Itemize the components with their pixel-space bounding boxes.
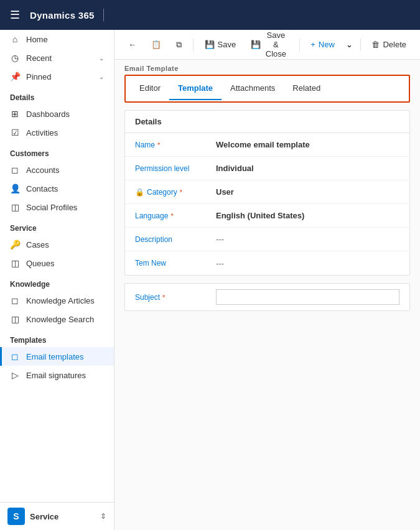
record-button[interactable]: 📋 bbox=[145, 37, 167, 52]
layout: ⌂ Home ◷ Recent ⌄ 📌 Pinned ⌄ Details ⊞ D… bbox=[0, 30, 420, 530]
expand-icon[interactable]: ⇕ bbox=[100, 512, 106, 521]
sidebar-item-email-signatures[interactable]: ▷ Email signatures bbox=[0, 366, 114, 384]
home-icon: ⌂ bbox=[10, 34, 20, 44]
tab-template[interactable]: Template bbox=[169, 77, 222, 100]
sidebar-item-contacts[interactable]: 👤 Contacts bbox=[0, 179, 114, 198]
sidebar-item-dashboards[interactable]: ⊞ Dashboards bbox=[0, 105, 114, 123]
plus-icon: + bbox=[310, 40, 315, 49]
top-bar: ☰ Dynamics 365 bbox=[0, 0, 420, 30]
chevron-down-icon: ⌄ bbox=[346, 40, 353, 49]
new-window-button[interactable]: ⧉ bbox=[170, 37, 188, 53]
field-value-category: User bbox=[216, 187, 399, 197]
save-close-label: Save & Close bbox=[264, 30, 287, 58]
tab-related[interactable]: Related bbox=[284, 77, 329, 100]
field-label-category: 🔒 Category * bbox=[135, 188, 216, 197]
sidebar-item-social-profiles[interactable]: ◫ Social Profiles bbox=[0, 198, 114, 216]
cases-icon: 🔑 bbox=[10, 239, 20, 249]
sidebar-item-pinned[interactable]: 📌 Pinned ⌄ bbox=[0, 67, 114, 86]
field-value-name: Welcome email template bbox=[216, 140, 399, 149]
page-header-label: Email Template bbox=[124, 65, 179, 72]
sidebar-item-label: Knowledge Search bbox=[26, 315, 104, 324]
sidebar-item-label: Activities bbox=[26, 128, 104, 137]
subject-input[interactable] bbox=[216, 289, 399, 305]
sidebar-item-knowledge-articles[interactable]: ◻ Knowledge Articles bbox=[0, 291, 114, 310]
tab-editor[interactable]: Editor bbox=[131, 77, 169, 100]
save-icon: 💾 bbox=[205, 40, 215, 49]
tabs: Editor Template Attachments Related bbox=[126, 77, 409, 100]
delete-label: Delete bbox=[383, 40, 406, 49]
sidebar-item-label: Accounts bbox=[26, 165, 104, 175]
sidebar-item-home[interactable]: ⌂ Home bbox=[0, 30, 114, 49]
brand-divider bbox=[103, 9, 104, 21]
record-icon: 📋 bbox=[151, 40, 161, 49]
details-section: Details Name * Welcome email template Pe… bbox=[124, 110, 410, 276]
category-required-star: * bbox=[180, 188, 182, 196]
sidebar-item-queues[interactable]: ◫ Queues bbox=[0, 254, 114, 272]
tab-attachments[interactable]: Attachments bbox=[222, 77, 284, 100]
tem-new-label-text: Tem New bbox=[135, 259, 166, 267]
hamburger-menu[interactable]: ☰ bbox=[10, 8, 20, 22]
field-row-permission-level: Permission level Individual bbox=[125, 157, 409, 180]
sidebar-item-label: Cases bbox=[26, 240, 104, 249]
sidebar-item-recent[interactable]: ◷ Recent ⌄ bbox=[0, 49, 114, 67]
section-label-service: Service bbox=[0, 216, 114, 235]
chevron-down-icon: ⌄ bbox=[99, 73, 104, 80]
field-label-language: Language * bbox=[135, 212, 216, 220]
sidebar-item-accounts[interactable]: ◻ Accounts bbox=[0, 160, 114, 179]
new-button[interactable]: + New bbox=[304, 37, 341, 52]
sidebar-item-label: Recent bbox=[26, 53, 93, 63]
cmd-divider-1 bbox=[193, 39, 194, 51]
knowledge-articles-icon: ◻ bbox=[10, 295, 20, 305]
sidebar-item-cases[interactable]: 🔑 Cases bbox=[0, 235, 114, 254]
footer-app-label: Service bbox=[30, 512, 95, 521]
new-dropdown-button[interactable]: ⌄ bbox=[343, 37, 355, 52]
section-label-knowledge: Knowledge bbox=[0, 272, 114, 291]
sidebar-item-email-templates[interactable]: ◻ Email templates bbox=[0, 347, 114, 366]
language-required-star: * bbox=[170, 212, 173, 220]
page-header: Email Template bbox=[114, 60, 420, 72]
pin-icon: 📌 bbox=[10, 72, 20, 81]
save-close-button[interactable]: 💾 Save & Close bbox=[245, 30, 294, 62]
save-label: Save bbox=[218, 40, 236, 49]
field-row-description: Description --- bbox=[125, 228, 409, 251]
activities-icon: ☑ bbox=[10, 128, 20, 137]
delete-icon: 🗑 bbox=[371, 40, 380, 49]
field-label-tem-new: Tem New bbox=[135, 259, 216, 267]
app-brand: Dynamics 365 bbox=[30, 10, 95, 21]
back-button[interactable]: ← bbox=[122, 37, 142, 52]
lock-icon: 🔒 bbox=[135, 188, 144, 197]
dashboards-icon: ⊞ bbox=[10, 109, 20, 119]
field-row-language: Language * English (United States) bbox=[125, 204, 409, 228]
save-button[interactable]: 💾 Save bbox=[198, 37, 243, 52]
subject-label-text: Subject bbox=[135, 293, 160, 302]
name-required-star: * bbox=[157, 141, 160, 149]
sidebar-item-label: Email templates bbox=[26, 352, 104, 361]
field-row-category: 🔒 Category * User bbox=[125, 180, 409, 204]
field-label-description: Description bbox=[135, 235, 216, 244]
section-label-mywork: Details bbox=[0, 86, 114, 105]
field-label-permission-level: Permission level bbox=[135, 164, 216, 173]
field-value-subject[interactable] bbox=[216, 289, 399, 305]
subject-required-star: * bbox=[162, 294, 165, 301]
permission-level-label-text: Permission level bbox=[135, 164, 189, 173]
field-value-permission-level: Individual bbox=[216, 164, 399, 173]
category-label-text: Category bbox=[147, 188, 177, 197]
language-label-text: Language bbox=[135, 212, 168, 220]
section-label-templates: Templates bbox=[0, 328, 114, 347]
delete-button[interactable]: 🗑 Delete bbox=[365, 37, 413, 52]
sidebar-item-label: Queues bbox=[26, 259, 104, 268]
cmd-divider-2 bbox=[299, 39, 300, 51]
sidebar-item-knowledge-search[interactable]: ◫ Knowledge Search bbox=[0, 310, 114, 328]
name-label-text: Name bbox=[135, 141, 155, 149]
sidebar-item-label: Contacts bbox=[26, 184, 104, 193]
recent-icon: ◷ bbox=[10, 53, 20, 63]
sidebar-item-label: Email signatures bbox=[26, 371, 104, 380]
sidebar: ⌂ Home ◷ Recent ⌄ 📌 Pinned ⌄ Details ⊞ D… bbox=[0, 30, 114, 530]
field-row-subject: Subject * bbox=[125, 284, 409, 310]
sidebar-item-activities[interactable]: ☑ Activities bbox=[0, 123, 114, 142]
details-section-title: Details bbox=[125, 111, 409, 133]
social-profiles-icon: ◫ bbox=[10, 202, 20, 212]
chevron-down-icon: ⌄ bbox=[99, 55, 104, 62]
subject-section: Subject * bbox=[124, 283, 410, 311]
sidebar-footer[interactable]: S Service ⇕ bbox=[0, 502, 114, 530]
